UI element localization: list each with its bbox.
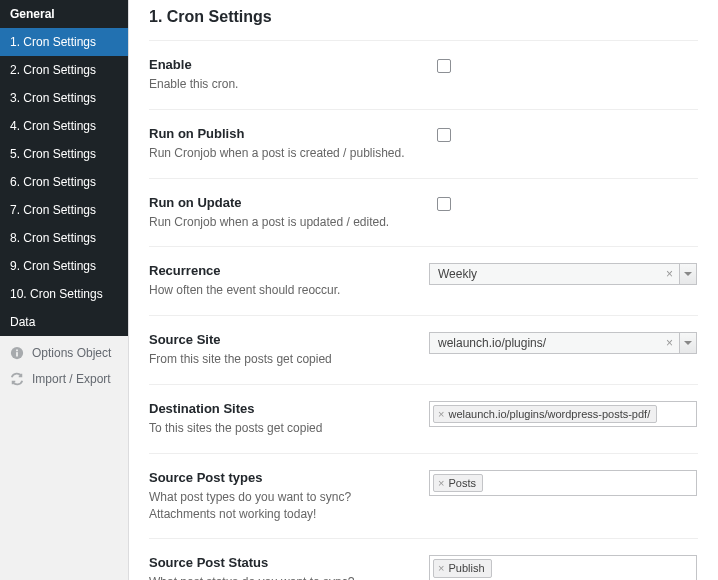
refresh-icon bbox=[10, 372, 24, 386]
source-types-desc: What post types do you want to sync? Att… bbox=[149, 489, 409, 523]
field-enable: Enable Enable this cron. bbox=[149, 40, 698, 109]
dest-sites-label: Destination Sites bbox=[149, 401, 429, 416]
sidebar: General 1. Cron Settings 2. Cron Setting… bbox=[0, 0, 128, 580]
sidebar-item-cron-2[interactable]: 2. Cron Settings bbox=[0, 56, 128, 84]
sidebar-item-cron-7[interactable]: 7. Cron Settings bbox=[0, 196, 128, 224]
field-source-status: Source Post Status What post status do y… bbox=[149, 538, 698, 580]
import-export-link[interactable]: Import / Export bbox=[0, 366, 128, 392]
token-remove-icon[interactable]: × bbox=[438, 561, 444, 575]
run-update-desc: Run Cronjob when a post is updated / edi… bbox=[149, 214, 409, 231]
sidebar-item-cron-9[interactable]: 9. Cron Settings bbox=[0, 252, 128, 280]
source-status-token[interactable]: ×Publish bbox=[433, 559, 492, 577]
recurrence-desc: How often the event should reoccur. bbox=[149, 282, 409, 299]
sidebar-nav: General 1. Cron Settings 2. Cron Setting… bbox=[0, 0, 128, 336]
main-panel: 1. Cron Settings Enable Enable this cron… bbox=[128, 0, 718, 580]
run-publish-label: Run on Publish bbox=[149, 126, 429, 141]
dest-sites-desc: To this sites the posts get copied bbox=[149, 420, 409, 437]
recurrence-dropdown-arrow[interactable] bbox=[679, 263, 697, 285]
field-dest-sites: Destination Sites To this sites the post… bbox=[149, 384, 698, 453]
info-icon bbox=[10, 346, 24, 360]
field-source-site: Source Site From this site the posts get… bbox=[149, 315, 698, 384]
source-types-input[interactable]: ×Posts bbox=[429, 470, 697, 496]
run-publish-checkbox[interactable] bbox=[437, 128, 451, 142]
source-status-desc: What post status do you want to sync? bbox=[149, 574, 409, 580]
source-site-desc: From this site the posts get copied bbox=[149, 351, 409, 368]
source-types-label: Source Post types bbox=[149, 470, 429, 485]
sidebar-item-data[interactable]: Data bbox=[0, 308, 128, 336]
import-export-label: Import / Export bbox=[32, 372, 111, 386]
page-title: 1. Cron Settings bbox=[149, 8, 698, 26]
recurrence-value: Weekly bbox=[438, 267, 477, 281]
source-site-clear[interactable]: × bbox=[666, 336, 673, 350]
enable-label: Enable bbox=[149, 57, 429, 72]
recurrence-label: Recurrence bbox=[149, 263, 429, 278]
dest-sites-input[interactable]: ×welaunch.io/plugins/wordpress-posts-pdf… bbox=[429, 401, 697, 427]
run-update-label: Run on Update bbox=[149, 195, 429, 210]
source-status-input[interactable]: ×Publish bbox=[429, 555, 697, 580]
enable-checkbox[interactable] bbox=[437, 59, 451, 73]
options-object-label: Options Object bbox=[32, 346, 111, 360]
sidebar-item-cron-5[interactable]: 5. Cron Settings bbox=[0, 140, 128, 168]
sidebar-item-cron-10[interactable]: 10. Cron Settings bbox=[0, 280, 128, 308]
field-run-update: Run on Update Run Cronjob when a post is… bbox=[149, 178, 698, 247]
sidebar-item-cron-4[interactable]: 4. Cron Settings bbox=[0, 112, 128, 140]
run-update-checkbox[interactable] bbox=[437, 197, 451, 211]
token-remove-icon[interactable]: × bbox=[438, 407, 444, 421]
dest-sites-token[interactable]: ×welaunch.io/plugins/wordpress-posts-pdf… bbox=[433, 405, 657, 423]
source-site-dropdown-arrow[interactable] bbox=[679, 332, 697, 354]
source-site-select[interactable]: welaunch.io/plugins/ × bbox=[429, 332, 679, 354]
field-source-types: Source Post types What post types do you… bbox=[149, 453, 698, 539]
svg-rect-2 bbox=[16, 350, 18, 352]
sidebar-lower: Options Object Import / Export bbox=[0, 336, 128, 392]
sidebar-item-cron-3[interactable]: 3. Cron Settings bbox=[0, 84, 128, 112]
source-status-label: Source Post Status bbox=[149, 555, 429, 570]
sidebar-item-cron-1[interactable]: 1. Cron Settings bbox=[0, 28, 128, 56]
token-remove-icon[interactable]: × bbox=[438, 476, 444, 490]
options-object-link[interactable]: Options Object bbox=[0, 340, 128, 366]
svg-rect-1 bbox=[16, 352, 18, 356]
sidebar-item-cron-6[interactable]: 6. Cron Settings bbox=[0, 168, 128, 196]
source-types-token[interactable]: ×Posts bbox=[433, 474, 483, 492]
sidebar-item-general[interactable]: General bbox=[0, 0, 128, 28]
sidebar-item-cron-8[interactable]: 8. Cron Settings bbox=[0, 224, 128, 252]
source-site-label: Source Site bbox=[149, 332, 429, 347]
source-site-value: welaunch.io/plugins/ bbox=[438, 336, 546, 350]
field-run-publish: Run on Publish Run Cronjob when a post i… bbox=[149, 109, 698, 178]
recurrence-select[interactable]: Weekly × bbox=[429, 263, 679, 285]
run-publish-desc: Run Cronjob when a post is created / pub… bbox=[149, 145, 409, 162]
recurrence-clear[interactable]: × bbox=[666, 267, 673, 281]
field-recurrence: Recurrence How often the event should re… bbox=[149, 246, 698, 315]
enable-desc: Enable this cron. bbox=[149, 76, 409, 93]
